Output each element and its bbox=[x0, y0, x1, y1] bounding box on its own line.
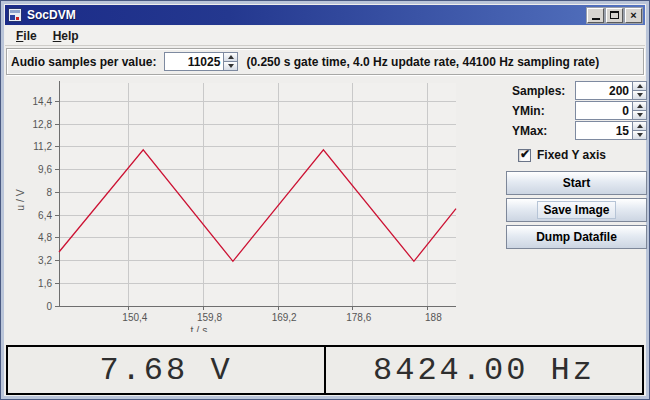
svg-text:169,2: 169,2 bbox=[272, 312, 297, 323]
fixed-y-axis-checkbox[interactable] bbox=[518, 149, 531, 162]
close-icon: × bbox=[630, 10, 636, 21]
audio-samples-increment-button[interactable] bbox=[224, 52, 238, 62]
ymax-label: YMax: bbox=[506, 124, 547, 138]
svg-text:t / s: t / s bbox=[191, 324, 208, 332]
control-panel: Samples: 200 YMin: 0 YMax: bbox=[506, 81, 647, 252]
ymax-decrement-button[interactable] bbox=[633, 131, 647, 140]
samples-input[interactable]: 200 bbox=[575, 81, 633, 100]
samples-increment-button[interactable] bbox=[633, 81, 647, 91]
svg-text:159,8: 159,8 bbox=[197, 312, 222, 323]
fixed-y-axis-row: Fixed Y axis bbox=[518, 148, 647, 162]
svg-text:14,4: 14,4 bbox=[33, 96, 53, 107]
maximize-button[interactable] bbox=[606, 8, 623, 23]
arrow-down-icon bbox=[637, 113, 643, 117]
chart-canvas: 01,63,24,86,489,611,212,814,4150,4159,81… bbox=[8, 78, 502, 332]
waveform-chart[interactable]: 01,63,24,86,489,611,212,814,4150,4159,81… bbox=[8, 78, 502, 332]
ymax-increment-button[interactable] bbox=[633, 121, 647, 131]
svg-text:150,4: 150,4 bbox=[122, 312, 147, 323]
dump-datafile-button[interactable]: Dump Datafile bbox=[506, 225, 647, 249]
arrow-up-icon bbox=[637, 124, 643, 128]
ymin-label: YMin: bbox=[506, 104, 545, 118]
svg-text:8: 8 bbox=[46, 187, 52, 198]
ymin-row: YMin: 0 bbox=[506, 101, 647, 120]
app-icon bbox=[8, 8, 22, 22]
arrow-down-icon bbox=[637, 93, 643, 97]
ymax-input[interactable]: 15 bbox=[575, 121, 633, 140]
svg-text:6,4: 6,4 bbox=[38, 210, 52, 221]
menu-file[interactable]: File bbox=[10, 27, 43, 45]
rate-info-text: (0.250 s gate time, 4.0 Hz update rate, … bbox=[246, 55, 599, 69]
ymin-increment-button[interactable] bbox=[633, 101, 647, 111]
app-icon-detail bbox=[16, 17, 19, 20]
readout-panel: 7.68 V 8424.00 Hz bbox=[6, 345, 644, 395]
audio-samples-input[interactable]: 11025 bbox=[164, 52, 224, 71]
arrow-down-icon bbox=[637, 133, 643, 137]
svg-text:9,6: 9,6 bbox=[38, 164, 52, 175]
menubar: File Help bbox=[5, 26, 645, 46]
ymax-row: YMax: 15 bbox=[506, 121, 647, 140]
audio-samples-spinner: 11025 bbox=[164, 52, 238, 71]
arrow-up-icon bbox=[228, 55, 234, 59]
app-window: SocDVM × File Help Audio samples per val… bbox=[0, 0, 650, 400]
svg-text:1,6: 1,6 bbox=[38, 278, 52, 289]
minimize-button[interactable] bbox=[587, 8, 604, 23]
svg-text:3,2: 3,2 bbox=[38, 255, 52, 266]
frequency-readout: 8424.00 Hz bbox=[324, 347, 642, 393]
svg-text:178,6: 178,6 bbox=[346, 312, 371, 323]
start-button[interactable]: Start bbox=[506, 171, 647, 195]
arrow-up-icon bbox=[637, 104, 643, 108]
audio-samples-decrement-button[interactable] bbox=[224, 62, 238, 71]
maximize-icon bbox=[610, 11, 619, 19]
close-button[interactable]: × bbox=[625, 8, 642, 23]
svg-text:12,8: 12,8 bbox=[33, 119, 53, 130]
samples-decrement-button[interactable] bbox=[633, 91, 647, 100]
svg-text:188: 188 bbox=[425, 312, 442, 323]
titlebar[interactable]: SocDVM × bbox=[5, 5, 645, 25]
arrow-down-icon bbox=[228, 64, 234, 68]
svg-text:11,2: 11,2 bbox=[33, 141, 52, 152]
samples-row: Samples: 200 bbox=[506, 81, 647, 100]
minimize-icon bbox=[592, 18, 600, 20]
arrow-up-icon bbox=[637, 84, 643, 88]
app-icon-detail bbox=[10, 15, 15, 20]
svg-text:4,8: 4,8 bbox=[38, 232, 52, 243]
app-icon-detail bbox=[10, 10, 20, 13]
ymin-input[interactable]: 0 bbox=[575, 101, 633, 120]
svg-text:0: 0 bbox=[46, 301, 52, 312]
toolbar: Audio samples per value: 11025 (0.250 s … bbox=[6, 48, 644, 75]
menu-help[interactable]: Help bbox=[47, 27, 85, 45]
window-title: SocDVM bbox=[27, 8, 582, 22]
svg-text:u / V: u / V bbox=[14, 189, 26, 211]
voltage-readout: 7.68 V bbox=[8, 347, 324, 393]
ymin-decrement-button[interactable] bbox=[633, 111, 647, 120]
samples-label: Samples: bbox=[506, 84, 565, 98]
fixed-y-axis-label: Fixed Y axis bbox=[537, 148, 606, 162]
save-image-button[interactable]: Save Image bbox=[506, 198, 647, 222]
audio-samples-label: Audio samples per value: bbox=[11, 55, 156, 69]
